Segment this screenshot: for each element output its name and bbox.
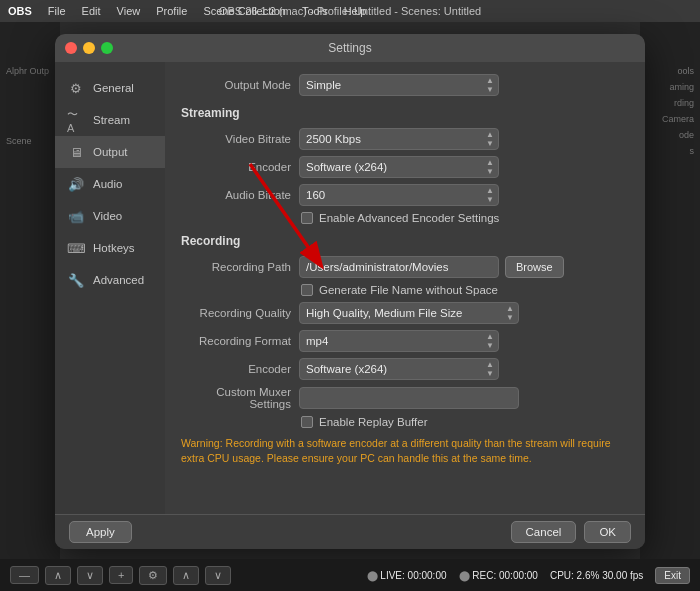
generate-filename-checkbox[interactable] xyxy=(301,284,313,296)
audio-bitrate-value: 160 xyxy=(306,189,486,201)
output-mode-label: Output Mode xyxy=(181,79,291,91)
output-mode-row: Output Mode Simple ▲ ▼ xyxy=(181,74,629,96)
live-indicator: ⬤ LIVE: 00:00:00 xyxy=(367,570,447,581)
recording-format-arrows: ▲ ▼ xyxy=(486,333,494,350)
sidebar-item-general[interactable]: ⚙ General xyxy=(55,72,165,104)
enable-advanced-checkbox[interactable] xyxy=(301,212,313,224)
cancel-button[interactable]: Cancel xyxy=(511,521,577,543)
audio-bitrate-select[interactable]: 160 ▲ ▼ xyxy=(299,184,499,206)
sidebar-label-advanced: Advanced xyxy=(93,274,144,286)
traffic-lights xyxy=(65,42,113,54)
menu-bar: OBS File Edit View Profile Scene Collect… xyxy=(0,0,700,22)
bg-panel-right: ools aming rding Camera ode s xyxy=(640,22,700,559)
video-bitrate-arrows: ▲ ▼ xyxy=(486,131,494,148)
bg-right-1: aming xyxy=(648,82,694,92)
recording-path-label: Recording Path xyxy=(181,261,291,273)
live-label: LIVE: xyxy=(380,570,404,581)
minimize-button[interactable] xyxy=(83,42,95,54)
add-button[interactable]: + xyxy=(109,566,133,584)
menu-view[interactable]: View xyxy=(117,5,141,17)
left-bg-items: Alphr Outp Scene xyxy=(0,62,58,150)
maximize-button[interactable] xyxy=(101,42,113,54)
sidebar-item-output[interactable]: 🖥 Output xyxy=(55,136,165,168)
sidebar-label-general: General xyxy=(93,82,134,94)
sidebar-item-stream[interactable]: 〜A Stream xyxy=(55,104,165,136)
rec-time: 00:00:00 xyxy=(499,570,538,581)
recording-quality-arrows: ▲ ▼ xyxy=(506,305,514,322)
recording-encoder-select[interactable]: Software (x264) ▲ ▼ xyxy=(299,358,499,380)
fps-value: 30.00 fps xyxy=(602,570,643,581)
rec-label: REC: xyxy=(472,570,496,581)
bg-right-2: rding xyxy=(648,98,694,108)
recording-header: Recording xyxy=(181,234,629,248)
bg-item-alphr: Alphr Outp xyxy=(6,66,52,76)
enable-advanced-row: Enable Advanced Encoder Settings xyxy=(301,212,629,224)
apply-button[interactable]: Apply xyxy=(69,521,132,543)
warning-text: Warning: Recording with a software encod… xyxy=(181,436,629,465)
generate-filename-row: Generate File Name without Space xyxy=(301,284,629,296)
cpu-value: CPU: 2.6% xyxy=(550,570,599,581)
output-mode-select[interactable]: Simple ▲ ▼ xyxy=(299,74,499,96)
status-right: ⬤ LIVE: 00:00:00 ⬤ REC: 00:00:00 CPU: 2.… xyxy=(367,567,690,584)
stream-down-button[interactable]: ∨ xyxy=(77,566,103,585)
video-icon: 📹 xyxy=(67,207,85,225)
enable-advanced-label: Enable Advanced Encoder Settings xyxy=(319,212,499,224)
recording-format-row: Recording Format mp4 ▲ ▼ xyxy=(181,330,629,352)
enable-replay-checkbox[interactable] xyxy=(301,416,313,428)
stream-icon: 〜A xyxy=(67,111,85,129)
menu-profile[interactable]: Profile xyxy=(156,5,187,17)
recording-path-input[interactable] xyxy=(299,256,499,278)
bg-right-5: s xyxy=(648,146,694,156)
streaming-encoder-select[interactable]: Software (x264) ▲ ▼ xyxy=(299,156,499,178)
sidebar-label-stream: Stream xyxy=(93,114,130,126)
video-bitrate-value: 2500 Kbps xyxy=(306,133,486,145)
recording-format-select[interactable]: mp4 ▲ ▼ xyxy=(299,330,499,352)
stream-up-button[interactable]: ∧ xyxy=(45,566,71,585)
status-controls-left: — ∧ ∨ + ⚙ ∧ ∨ xyxy=(10,566,231,585)
sidebar-label-video: Video xyxy=(93,210,122,222)
status-bar: — ∧ ∨ + ⚙ ∧ ∨ ⬤ LIVE: 00:00:00 ⬤ REC: 00… xyxy=(0,559,700,591)
scene-down-button[interactable]: ∨ xyxy=(205,566,231,585)
enable-replay-label: Enable Replay Buffer xyxy=(319,416,427,428)
sidebar-item-hotkeys[interactable]: ⌨ Hotkeys xyxy=(55,232,165,264)
title-bar: Settings xyxy=(55,34,645,62)
ok-button[interactable]: OK xyxy=(584,521,631,543)
gear-icon: ⚙ xyxy=(67,79,85,97)
output-mode-value: Simple xyxy=(306,79,486,91)
recording-quality-select[interactable]: High Quality, Medium File Size ▲ ▼ xyxy=(299,302,519,324)
keyboard-icon: ⌨ xyxy=(67,239,85,257)
settings-title: Settings xyxy=(328,41,371,55)
close-button[interactable] xyxy=(65,42,77,54)
bg-right-4: ode xyxy=(648,130,694,140)
video-bitrate-label: Video Bitrate xyxy=(181,133,291,145)
streaming-encoder-arrows: ▲ ▼ xyxy=(486,159,494,176)
recording-path-row: Recording Path Browse xyxy=(181,256,629,278)
menu-edit[interactable]: Edit xyxy=(82,5,101,17)
audio-icon: 🔊 xyxy=(67,175,85,193)
recording-format-value: mp4 xyxy=(306,335,486,347)
audio-bitrate-label: Audio Bitrate xyxy=(181,189,291,201)
sidebar-item-audio[interactable]: 🔊 Audio xyxy=(55,168,165,200)
menu-file[interactable]: File xyxy=(48,5,66,17)
sidebar-item-advanced[interactable]: 🔧 Advanced xyxy=(55,264,165,296)
bg-right-3: Camera xyxy=(648,114,694,124)
settings-button[interactable]: ⚙ xyxy=(139,566,167,585)
bg-right-0: ools xyxy=(648,66,694,76)
stop-button[interactable]: — xyxy=(10,566,39,584)
custom-muxer-row: Custom Muxer Settings xyxy=(181,386,629,410)
sidebar-item-video[interactable]: 📹 Video xyxy=(55,200,165,232)
output-mode-arrows: ▲ ▼ xyxy=(486,77,494,94)
bottom-bar: Apply Cancel OK xyxy=(55,514,645,549)
content-area: Output Mode Simple ▲ ▼ Streaming Video xyxy=(165,62,645,514)
browse-button[interactable]: Browse xyxy=(505,256,564,278)
custom-muxer-input[interactable] xyxy=(299,387,519,409)
rec-dot: ⬤ xyxy=(459,570,473,581)
window-body: ⚙ General 〜A Stream 🖥 Output 🔊 Audio 📹 xyxy=(55,62,645,514)
streaming-section: Streaming Video Bitrate 2500 Kbps ▲ ▼ xyxy=(181,106,629,224)
recording-encoder-value: Software (x264) xyxy=(306,363,486,375)
video-bitrate-select[interactable]: 2500 Kbps ▲ ▼ xyxy=(299,128,499,150)
window-title: OBS 26.1.2 (mac) - Profile: Untitled - S… xyxy=(219,5,481,17)
scene-up-button[interactable]: ∧ xyxy=(173,566,199,585)
exit-button[interactable]: Exit xyxy=(655,567,690,584)
sidebar-label-hotkeys: Hotkeys xyxy=(93,242,135,254)
